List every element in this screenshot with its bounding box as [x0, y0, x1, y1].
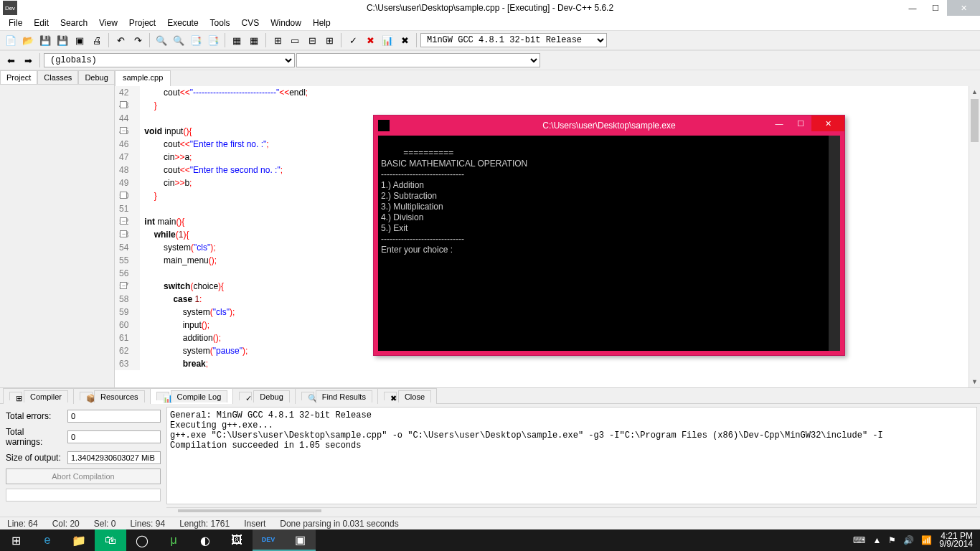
status-bar: Line: 64 Col: 20 Sel: 0 Lines: 94 Length… — [0, 517, 980, 529]
left-tab-project[interactable]: Project — [0, 70, 37, 84]
find-icon[interactable]: 🔍 — [154, 32, 169, 48]
replace-icon[interactable]: 🔍 — [171, 32, 187, 48]
stop-icon[interactable]: ✖ — [362, 32, 378, 48]
store-icon[interactable]: 🛍 — [95, 529, 126, 551]
t1-icon[interactable]: ▦ — [229, 32, 245, 48]
bottom-tab-compiler[interactable]: ⊞Compiler — [3, 388, 74, 404]
warnings-value[interactable] — [67, 430, 161, 443]
menu-tools[interactable]: Tools — [204, 17, 236, 29]
file-tab[interactable]: sample.cpp — [115, 70, 171, 86]
close-icon: ✖ — [384, 392, 397, 400]
compile-icon[interactable]: ⊞ — [270, 32, 286, 48]
status-lines: Lines: 94 — [123, 519, 172, 529]
tray-up-icon[interactable]: ▲ — [872, 535, 881, 545]
back-icon[interactable]: ⬅ — [3, 52, 19, 68]
scope-select[interactable]: (globals) — [44, 53, 295, 67]
menu-search[interactable]: Search — [55, 17, 93, 29]
menu-file[interactable]: File — [3, 17, 28, 29]
rebuild-icon[interactable]: ⊞ — [321, 32, 337, 48]
menu-execute[interactable]: Execute — [161, 17, 204, 29]
saveall-icon[interactable]: 💾 — [55, 32, 70, 48]
save-icon[interactable]: 💾 — [37, 32, 53, 48]
fold-icon[interactable]: − — [120, 127, 127, 134]
menu-help[interactable]: Help — [307, 17, 336, 29]
taskbar: ⊞ e 📁 🛍 ◯ μ ◐ 🖼 DEV ▣ ⌨ ▲ ⚑ 🔊 📶 4:21 PM9… — [0, 529, 980, 551]
tray-network-icon[interactable]: 📶 — [921, 535, 932, 545]
tray-volume-icon[interactable]: 🔊 — [903, 535, 914, 545]
goto-icon[interactable]: 📑 — [205, 32, 221, 48]
close-file-icon[interactable]: ▣ — [72, 32, 88, 48]
menu-cvs[interactable]: CVS — [236, 17, 265, 29]
fold-icon[interactable] — [120, 101, 127, 108]
run-icon[interactable]: ▭ — [287, 32, 303, 48]
fold-icon[interactable] — [120, 192, 127, 199]
console-maximize-button[interactable]: ☐ — [790, 116, 811, 131]
close-button[interactable]: ✕ — [947, 0, 980, 16]
chrome-icon[interactable]: ◯ — [126, 529, 158, 551]
size-value[interactable] — [67, 451, 161, 464]
maximize-button[interactable]: ☐ — [924, 0, 947, 16]
console-close-button[interactable]: ✕ — [811, 116, 844, 131]
menu-view[interactable]: View — [93, 17, 123, 29]
project-panel: ProjectClassesDebug — [0, 70, 115, 387]
abort-button[interactable]: Abort Compilation — [6, 468, 161, 484]
console-window[interactable]: C:\Users\user\Desktop\sample.exe — ☐ ✕ =… — [373, 115, 845, 356]
compiler-icon: ⊞ — [9, 392, 22, 400]
findfiles-icon[interactable]: 📑 — [188, 32, 204, 48]
console-task-icon[interactable]: ▣ — [284, 529, 316, 551]
t2-icon[interactable]: ▦ — [246, 32, 262, 48]
console-terminal[interactable]: ========== BASIC MATHEMATICAL OPERATION … — [378, 136, 840, 351]
bottom-tab-close[interactable]: ✖Close — [377, 388, 437, 404]
bottom-tab-find-results[interactable]: 🔍Find Results — [295, 388, 378, 404]
fwd-icon[interactable]: ➡ — [20, 52, 36, 68]
photos-icon[interactable]: 🖼 — [221, 529, 253, 551]
menu-edit[interactable]: Edit — [28, 17, 55, 29]
undo-icon[interactable]: ↶ — [113, 32, 128, 48]
member-select[interactable] — [296, 53, 540, 67]
errors-value[interactable] — [67, 410, 161, 423]
debug-icon[interactable]: ✓ — [345, 32, 361, 48]
app1-icon[interactable]: ◐ — [189, 529, 221, 551]
app-icon: Dev — [3, 1, 17, 15]
compile-log[interactable]: General: MinGW GCC 4.8.1 32-bit Release … — [166, 407, 977, 504]
open-icon[interactable]: 📂 — [20, 32, 36, 48]
fold-icon[interactable]: − — [120, 230, 127, 237]
compiler-select[interactable]: MinGW GCC 4.8.1 32-bit Release — [420, 33, 607, 47]
utorrent-icon[interactable]: μ — [158, 529, 189, 551]
x-icon[interactable]: ✖ — [397, 32, 413, 48]
menu-bar: FileEditSearchViewProjectExecuteToolsCVS… — [0, 16, 980, 30]
profile-icon[interactable]: 📊 — [380, 32, 395, 48]
console-minimize-button[interactable]: — — [768, 116, 790, 131]
menu-project[interactable]: Project — [123, 17, 161, 29]
devcpp-task-icon[interactable]: DEV — [253, 529, 284, 551]
left-tab-classes[interactable]: Classes — [37, 70, 78, 84]
tray-clock[interactable]: 4:21 PM9/9/2014 — [939, 532, 973, 548]
ie-icon[interactable]: e — [32, 529, 63, 551]
tray-flag-icon[interactable]: ⚑ — [888, 535, 896, 545]
redo-icon[interactable]: ↷ — [130, 32, 146, 48]
menu-window[interactable]: Window — [265, 17, 307, 29]
compile-run-icon[interactable]: ⊟ — [304, 32, 320, 48]
explorer-icon[interactable]: 📁 — [63, 529, 95, 551]
fold-icon[interactable]: − — [120, 282, 127, 289]
print-icon[interactable]: 🖨 — [89, 32, 105, 48]
status-col: Col: 20 — [45, 519, 87, 529]
left-tab-debug[interactable]: Debug — [78, 70, 114, 84]
minimize-button[interactable]: — — [901, 0, 924, 16]
toolbar-main: 📄 📂 💾 💾 ▣ 🖨 ↶ ↷ 🔍 🔍 📑 📑 ▦ ▦ ⊞ ▭ ⊟ ⊞ ✓ ✖ … — [0, 30, 980, 50]
fold-icon[interactable]: − — [120, 217, 127, 225]
toolbar-nav: ⬅ ➡ (globals) — [0, 50, 980, 70]
tray-keyboard-icon[interactable]: ⌨ — [853, 535, 865, 545]
bottom-tab-resources[interactable]: 📦Resources — [73, 388, 151, 404]
log-hscroll[interactable] — [166, 507, 977, 514]
warnings-label: Total warnings: — [6, 427, 63, 447]
editor-scrollbar[interactable]: ▲ ▼ — [969, 86, 980, 387]
console-scrollbar[interactable] — [829, 136, 840, 351]
start-icon[interactable]: ⊞ — [0, 529, 32, 551]
status-sel: Sel: 0 — [87, 519, 123, 529]
new-icon[interactable]: 📄 — [3, 32, 19, 48]
console-title: C:\Users\user\Desktop\sample.exe — [542, 121, 675, 131]
bottom-tab-compile-log[interactable]: 📊Compile Log — [150, 388, 234, 404]
bottom-tab-debug[interactable]: ✓Debug — [232, 388, 295, 404]
compile-log-icon: 📊 — [156, 392, 169, 400]
